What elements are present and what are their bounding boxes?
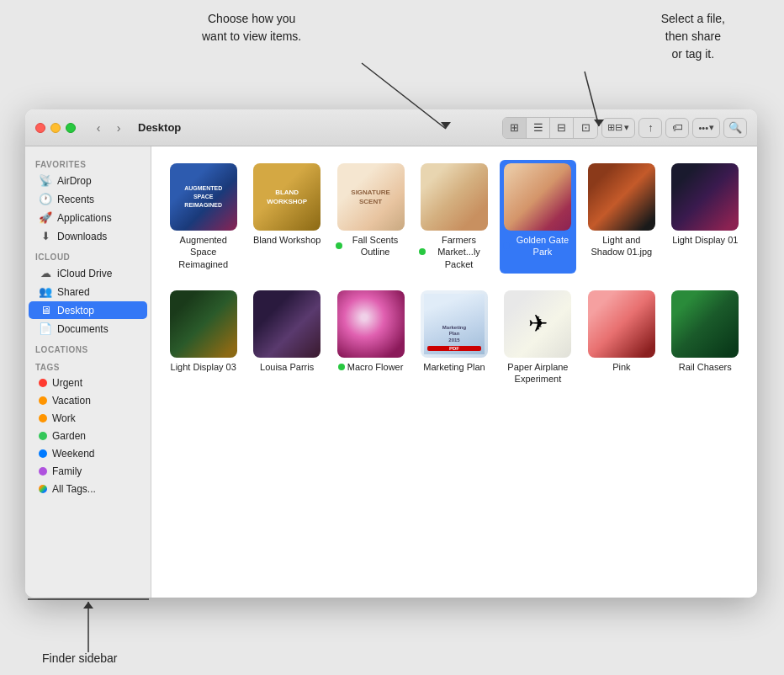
file-item-louisa[interactable]: Louisa Parris [248, 287, 325, 389]
sidebar-item-downloads[interactable]: ⬇ Downloads [29, 227, 147, 245]
sidebar-item-tag-garden[interactable]: Garden [29, 428, 147, 444]
file-item-fall[interactable]: SIGNATURESCENT Fall Scents Outline [332, 160, 409, 274]
file-name-golden: Golden Gate Park [503, 234, 573, 258]
file-item-farmers[interactable]: Farmers Market...ly Packet [416, 160, 492, 274]
file-item-bland[interactable]: BLANDWORKSHOP Bland Workshop [248, 160, 325, 274]
airdrop-icon: 📡 [39, 174, 52, 187]
group-button[interactable]: ⊞⊟ ▾ [601, 118, 635, 138]
window-title: Desktop [138, 121, 181, 134]
back-button[interactable]: ‹ [89, 119, 108, 137]
sidebar-item-airdrop[interactable]: 📡 AirDrop [29, 172, 147, 189]
finder-window: ‹ › Desktop ⊞ ☰ ⊟ ⊡ ⊞⊟ ▾ ↑ 🏷 ••• ▾ [25, 109, 757, 598]
file-item-augmented[interactable]: AUGMENTEDSPACEREIMAGINED AugmentedSpace … [165, 160, 241, 274]
sidebar-item-tag-vacation[interactable]: Vacation [29, 392, 147, 409]
finder-body: Favorites 📡 AirDrop 🕐 Recents 🚀 Applicat… [25, 146, 757, 598]
sidebar-section-icloud: iCloud [25, 246, 151, 263]
view-list-btn[interactable]: ☰ [527, 118, 550, 138]
file-thumb-golden [504, 163, 571, 231]
sidebar-item-label: Downloads [57, 231, 107, 242]
sidebar: Favorites 📡 AirDrop 🕐 Recents 🚀 Applicat… [25, 146, 151, 598]
green-dot [338, 364, 345, 370]
file-thumb-farmers [421, 163, 488, 231]
sidebar-item-label: Shared [57, 286, 90, 298]
green-dot [419, 248, 426, 255]
recents-icon: 🕐 [39, 193, 52, 205]
view-gallery-btn[interactable]: ⊡ [574, 118, 597, 138]
file-thumb-pink [588, 290, 655, 358]
file-item-rail[interactable]: Rail Chasers [667, 287, 744, 389]
file-thumb-fall: SIGNATURESCENT [337, 163, 405, 231]
share-icon: ↑ [648, 121, 654, 134]
sidebar-item-label: All Tags... [52, 483, 96, 495]
blue-dot [503, 242, 510, 249]
file-item-golden[interactable]: Golden Gate Park [500, 160, 576, 274]
file-item-pink[interactable]: Pink [583, 287, 660, 389]
sidebar-item-shared[interactable]: 👥 Shared [29, 283, 147, 300]
sidebar-item-recents[interactable]: 🕐 Recents [29, 190, 147, 208]
view-icon-btn[interactable]: ⊞ [503, 118, 527, 138]
close-button[interactable] [35, 123, 45, 133]
forward-button[interactable]: › [109, 119, 128, 137]
file-item-light03[interactable]: Light Display 03 [165, 287, 241, 389]
search-button[interactable]: 🔍 [723, 118, 747, 138]
sidebar-item-tag-weekend[interactable]: Weekend [29, 445, 147, 462]
file-thumb-augmented: AUGMENTEDSPACEREIMAGINED [170, 163, 237, 231]
file-item-paper[interactable]: ✈ Paper Airplane Experiment [500, 287, 576, 389]
file-item-marketing[interactable]: MarketingPlan2015 PDF Marketing Plan [416, 287, 492, 389]
file-grid: AUGMENTEDSPACEREIMAGINED AugmentedSpace … [165, 160, 744, 388]
file-name-rail: Rail Chasers [679, 361, 732, 373]
callout-sidebar: Finder sidebar [42, 651, 118, 665]
sidebar-item-applications[interactable]: 🚀 Applications [29, 209, 147, 226]
callout-share-tag: Select a file,then shareor tag it. [661, 10, 725, 63]
sidebar-item-tag-family[interactable]: Family [29, 463, 147, 480]
more-button[interactable]: ••• ▾ [692, 118, 720, 138]
sidebar-item-desktop[interactable]: 🖥 Desktop [29, 301, 147, 319]
nav-buttons: ‹ › [89, 119, 128, 137]
more-icon: ••• [698, 123, 708, 133]
file-thumb-louisa [253, 290, 320, 358]
sidebar-item-label: AirDrop [57, 175, 92, 187]
file-thumb-light-shadow [588, 163, 655, 231]
sidebar-item-label: iCloud Drive [57, 268, 112, 279]
callout-view-items: Choose how youwant to view items. [202, 10, 301, 45]
share-button[interactable]: ↑ [638, 118, 662, 138]
title-bar: ‹ › Desktop ⊞ ☰ ⊟ ⊡ ⊞⊟ ▾ ↑ 🏷 ••• ▾ [25, 109, 757, 146]
sidebar-item-label: Urgent [52, 377, 82, 389]
sidebar-item-label: Family [52, 465, 82, 477]
file-item-macro[interactable]: Macro Flower [332, 287, 409, 389]
sidebar-item-label: Applications [57, 212, 112, 224]
shared-icon: 👥 [39, 285, 52, 298]
file-name-louisa: Louisa Parris [260, 361, 314, 373]
file-thumb-light03 [170, 290, 237, 358]
file-thumb-paper: ✈ [504, 290, 571, 358]
file-name-light-shadow: Light and Shadow 01.jpg [586, 234, 656, 258]
file-thumb-rail [671, 290, 739, 358]
file-item-light-shadow[interactable]: Light and Shadow 01.jpg [583, 160, 660, 274]
sidebar-item-label: Vacation [52, 395, 91, 407]
sidebar-item-tag-urgent[interactable]: Urgent [29, 375, 147, 391]
file-item-light01[interactable]: Light Display 01 [667, 160, 744, 274]
sidebar-item-documents[interactable]: 📄 Documents [29, 320, 147, 338]
group-chevron: ▾ [624, 122, 629, 133]
tag-dot-urgent [39, 379, 47, 387]
tag-dot-weekend [39, 449, 47, 458]
traffic-lights [35, 123, 76, 133]
tag-dot-work [39, 414, 47, 423]
sidebar-item-icloud-drive[interactable]: ☁ iCloud Drive [29, 264, 147, 282]
maximize-button[interactable] [66, 123, 76, 133]
view-column-btn[interactable]: ⊟ [550, 118, 574, 138]
toolbar-right: ⊞ ☰ ⊟ ⊡ ⊞⊟ ▾ ↑ 🏷 ••• ▾ 🔍 [502, 117, 747, 139]
sidebar-item-tag-work[interactable]: Work [29, 410, 147, 427]
sidebar-section-tags: Tags [25, 356, 151, 374]
tag-dot-all [39, 485, 47, 493]
minimize-button[interactable] [50, 123, 61, 133]
sidebar-item-label: Work [52, 412, 76, 424]
sidebar-section-locations: Locations [25, 338, 151, 356]
file-name-bland: Bland Workshop [253, 234, 321, 246]
group-icon: ⊞⊟ [607, 122, 622, 133]
tag-button[interactable]: 🏷 [665, 118, 689, 138]
sidebar-item-tag-all[interactable]: All Tags... [29, 481, 147, 497]
file-name-fall: Fall Scents Outline [336, 234, 405, 258]
view-btn-group: ⊞ ☰ ⊟ ⊡ [502, 117, 598, 139]
search-icon: 🔍 [728, 121, 742, 134]
